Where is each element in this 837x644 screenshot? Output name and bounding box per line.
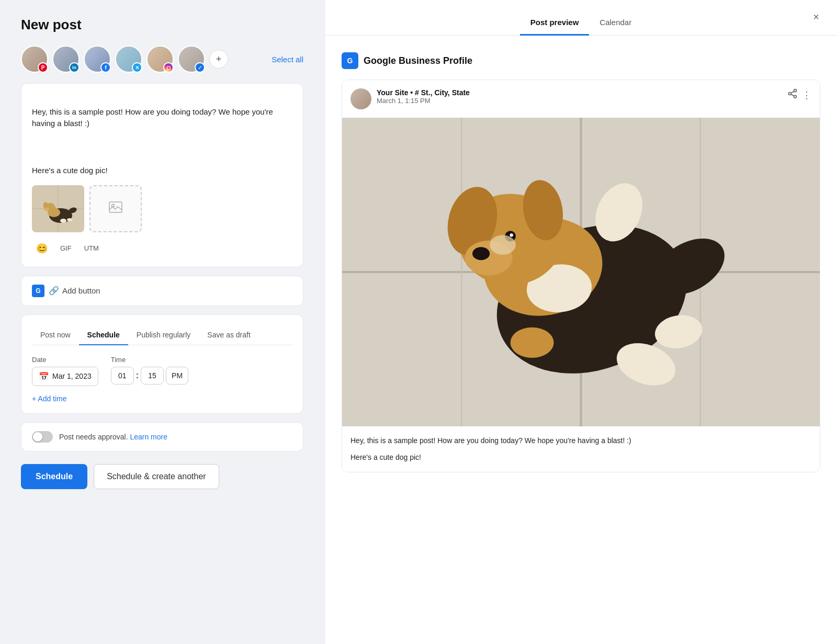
add-button-card[interactable]: G 🔗 Add button	[21, 276, 303, 306]
add-account-button[interactable]: +	[209, 50, 228, 69]
schedule-another-button[interactable]: Schedule & create another	[94, 464, 219, 489]
svg-point-42	[511, 327, 554, 358]
approval-card: Post needs approval. Learn more	[21, 422, 303, 451]
add-image-icon	[108, 201, 123, 217]
preview-text-1: Hey, this is a sample post! How are you …	[350, 435, 811, 446]
date-input[interactable]: 📅 Mar 1, 2023	[32, 367, 98, 386]
instagram-badge: ◻	[163, 62, 174, 73]
dog-thumbnail[interactable]	[32, 185, 84, 232]
date-label: Date	[32, 356, 98, 364]
toggle-knob	[33, 432, 42, 442]
preview-post-text: Hey, this is a sample post! How are you …	[342, 426, 820, 472]
time-input: 01 : 15 PM	[111, 367, 188, 385]
preview-avatar	[350, 88, 371, 109]
time-hour[interactable]: 01	[111, 367, 134, 385]
twitter-badge: ✕	[132, 62, 142, 73]
svg-point-15	[789, 93, 791, 95]
svg-rect-12	[109, 202, 122, 212]
learn-more-link[interactable]: Learn more	[130, 433, 167, 441]
gbp-main-icon: G	[342, 52, 358, 69]
link-icon: 🔗	[49, 286, 59, 296]
right-panel: Post preview Calendar × G Google Busines…	[324, 0, 837, 644]
calendar-icon: 📅	[39, 371, 49, 381]
time-colon: :	[136, 371, 139, 380]
images-row	[32, 185, 292, 232]
add-image-button[interactable]	[89, 185, 142, 232]
time-label: Time	[111, 356, 188, 364]
svg-point-10	[67, 218, 72, 221]
tab-calendar[interactable]: Calendar	[589, 10, 642, 36]
gbp-section-title: Google Business Profile	[364, 55, 472, 66]
svg-point-8	[44, 207, 49, 211]
svg-point-45	[490, 235, 516, 254]
svg-point-16	[794, 95, 797, 98]
gbp-section-header: G Google Business Profile	[342, 52, 820, 69]
account-facebook[interactable]: f	[84, 46, 111, 73]
gif-button[interactable]: GIF	[56, 242, 76, 254]
preview-post-card: Your Site • # St., City, State March 1, …	[342, 80, 820, 472]
page-title: New post	[21, 17, 303, 33]
share-icon[interactable]	[787, 88, 798, 101]
gbp-check-badge: ✓	[195, 62, 205, 73]
action-buttons: Schedule Schedule & create another	[21, 464, 303, 489]
emoji-button[interactable]: 😊	[32, 241, 52, 256]
post-content-card: Hey, this is a sample post! How are you …	[21, 83, 303, 267]
schedule-button[interactable]: Schedule	[21, 464, 87, 489]
preview-tabs: Post preview Calendar	[520, 10, 642, 35]
tab-post-preview[interactable]: Post preview	[520, 10, 590, 36]
preview-actions: ⋮	[787, 88, 811, 101]
tab-publish-regularly[interactable]: Publish regularly	[128, 325, 199, 345]
time-field: Time 01 : 15 PM	[111, 356, 188, 386]
utm-button[interactable]: UTM	[80, 242, 103, 254]
add-time-button[interactable]: + Add time	[32, 394, 67, 403]
preview-post-header: Your Site • # St., City, State March 1, …	[342, 80, 820, 118]
pinterest-badge: P	[38, 62, 48, 73]
more-options-icon[interactable]: ⋮	[802, 89, 811, 101]
post-text[interactable]: Hey, this is a sample post! How are you …	[32, 94, 292, 177]
svg-line-18	[791, 91, 794, 93]
account-twitter[interactable]: ✕	[115, 46, 142, 73]
time-minute[interactable]: 15	[141, 367, 164, 385]
preview-site-name: Your Site • # St., City, State	[377, 88, 787, 97]
svg-line-17	[791, 94, 794, 96]
accounts-row: P in f ✕ ◻ ✓ + Select all	[21, 46, 303, 73]
preview-content: G Google Business Profile Your Site • # …	[325, 36, 837, 489]
schedule-card: Post now Schedule Publish regularly Save…	[21, 314, 303, 414]
linkedin-badge: in	[69, 62, 80, 73]
preview-site-info: Your Site • # St., City, State March 1, …	[377, 88, 787, 105]
svg-point-37	[472, 247, 490, 260]
preview-header: Post preview Calendar ×	[325, 0, 837, 36]
svg-point-39	[510, 233, 513, 236]
gbp-small-icon: G	[32, 285, 44, 297]
preview-date: March 1, 1:15 PM	[377, 97, 787, 105]
facebook-badge: f	[100, 62, 111, 73]
tab-schedule[interactable]: Schedule	[79, 325, 128, 345]
time-ampm[interactable]: PM	[166, 367, 188, 385]
close-button[interactable]: ×	[808, 8, 824, 25]
account-linkedin[interactable]: in	[52, 46, 80, 73]
preview-dog-image	[342, 118, 820, 426]
svg-point-14	[794, 89, 797, 92]
date-time-row: Date 📅 Mar 1, 2023 Time 01 : 15 PM	[32, 356, 292, 386]
preview-text-2: Here's a cute dog pic!	[350, 451, 811, 463]
approval-toggle[interactable]	[32, 431, 53, 443]
post-tools: 😊 GIF UTM	[32, 241, 292, 256]
tab-save-draft[interactable]: Save as draft	[199, 325, 259, 345]
svg-point-9	[60, 219, 66, 223]
schedule-tabs: Post now Schedule Publish regularly Save…	[32, 325, 292, 345]
date-field: Date 📅 Mar 1, 2023	[32, 356, 98, 386]
select-all-button[interactable]: Select all	[272, 55, 303, 64]
account-instagram[interactable]: ◻	[146, 46, 174, 73]
approval-text: Post needs approval. Learn more	[59, 433, 167, 441]
left-panel: New post P in f ✕ ◻ ✓	[0, 0, 324, 644]
add-button-link[interactable]: 🔗 Add button	[49, 286, 100, 296]
tab-post-now[interactable]: Post now	[32, 325, 79, 345]
account-pinterest[interactable]: P	[21, 46, 48, 73]
account-gbp[interactable]: ✓	[178, 46, 205, 73]
emoji-icon: 😊	[36, 243, 48, 254]
